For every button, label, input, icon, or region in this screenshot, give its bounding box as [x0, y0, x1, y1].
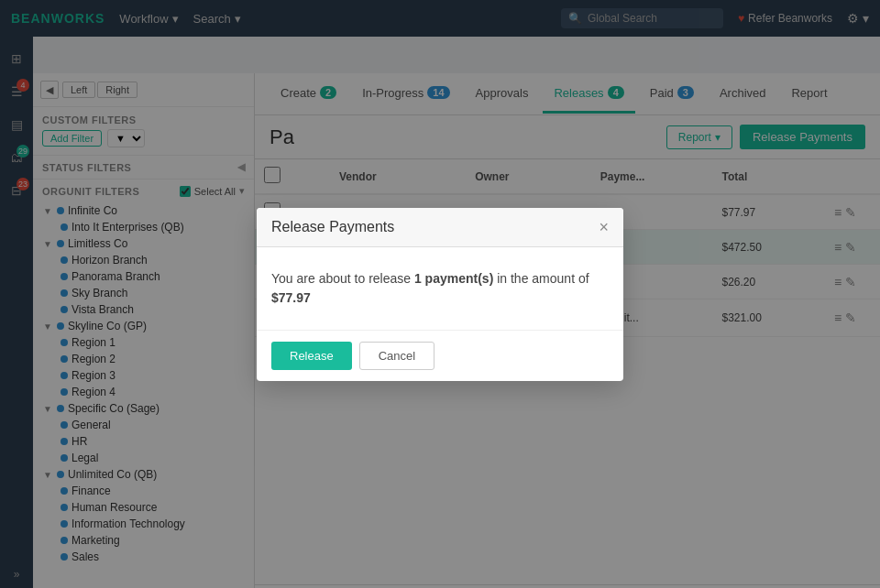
- modal-title: Release Payments: [271, 219, 394, 235]
- modal-overlay[interactable]: Release Payments × You are about to rele…: [0, 0, 880, 588]
- modal-release-button[interactable]: Release: [271, 342, 352, 370]
- modal-amount: $77.97: [271, 290, 311, 305]
- modal-body: You are about to release 1 payment(s) in…: [257, 247, 623, 330]
- modal-footer: Release Cancel: [257, 330, 623, 381]
- modal-header: Release Payments ×: [257, 208, 623, 247]
- modal-cancel-button[interactable]: Cancel: [359, 342, 434, 370]
- modal-payment-count: 1 payment(s): [414, 271, 493, 286]
- modal-body-prefix: You are about to release: [271, 271, 414, 286]
- modal-body-middle: in the amount of: [493, 271, 588, 286]
- release-payments-modal: Release Payments × You are about to rele…: [257, 208, 623, 381]
- modal-close-button[interactable]: ×: [599, 219, 609, 235]
